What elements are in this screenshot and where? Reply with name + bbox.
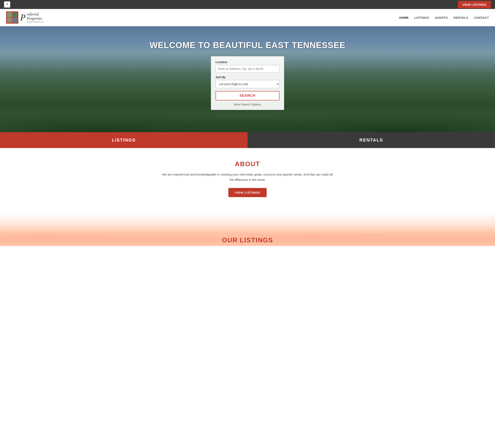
main-nav: HOME LISTINGS AGENTS RENTALS CONTACT xyxy=(399,16,489,19)
logo-cell-4 xyxy=(12,17,18,23)
logo-cell-1 xyxy=(7,12,12,17)
nav-item-contact[interactable]: CONTACT xyxy=(474,16,489,19)
hero-content: WELCOME TO BEAUTIFUL EAST TENNESSEE Loca… xyxy=(0,40,495,110)
logo-sub: Of East Tennessee, Inc. xyxy=(27,21,44,23)
our-listings-title: OUR LISTINGS xyxy=(0,237,495,244)
logo-words: referred Properties Of East Tennessee, I… xyxy=(27,12,44,23)
search-button[interactable]: SEARCH xyxy=(216,91,279,100)
header: P referred Properties Of East Tennessee,… xyxy=(0,9,495,26)
logo-box xyxy=(6,11,18,24)
nav-item-rentals[interactable]: RENTALS xyxy=(454,16,468,19)
about-text: We are experienced and knowledgeable in … xyxy=(160,172,335,182)
more-search-options[interactable]: More Search Options xyxy=(216,103,279,106)
facebook-icon[interactable]: f xyxy=(4,1,10,8)
sort-label: Sort By xyxy=(216,76,279,79)
search-box: Location Sort By List price (High to Low… xyxy=(211,56,284,110)
nav-item-home[interactable]: HOME xyxy=(399,16,409,19)
view-listings-button[interactable]: VIEW LISTINGS xyxy=(228,188,267,197)
logo-properties: Properties xyxy=(27,16,44,21)
top-view-listings-button[interactable]: VIEW LISTINGS xyxy=(458,1,491,8)
logo-text: P referred Properties Of East Tennessee,… xyxy=(20,12,44,23)
hero-section: WELCOME TO BEAUTIFUL EAST TENNESSEE Loca… xyxy=(0,26,495,132)
cta-listings[interactable]: LISTINGS xyxy=(0,132,248,148)
location-label: Location xyxy=(216,60,279,64)
logo-letter: P xyxy=(20,13,26,22)
nav-item-agents[interactable]: AGENTS xyxy=(435,16,448,19)
about-title: ABOUT xyxy=(160,160,335,168)
sort-select[interactable]: List price (High to Low) List price (Low… xyxy=(216,80,279,88)
logo-area: P referred Properties Of East Tennessee,… xyxy=(6,11,44,24)
wave-section: OUR LISTINGS xyxy=(0,213,495,246)
about-section: ABOUT We are experienced and knowledgeab… xyxy=(156,148,339,205)
cta-rentals[interactable]: RENTALS xyxy=(248,132,495,148)
cta-band: LISTINGS RENTALS xyxy=(0,132,495,148)
about-wrapper: ABOUT We are experienced and knowledgeab… xyxy=(0,148,495,205)
nav-item-listings[interactable]: LISTINGS xyxy=(414,16,429,19)
logo-cell-2 xyxy=(12,12,18,17)
logo-preferred: referred xyxy=(27,12,44,17)
top-bar: f VIEW LISTINGS xyxy=(0,0,495,9)
hero-title: WELCOME TO BEAUTIFUL EAST TENNESSEE xyxy=(150,40,345,50)
location-input[interactable] xyxy=(216,65,279,73)
logo-cell-3 xyxy=(7,17,12,23)
